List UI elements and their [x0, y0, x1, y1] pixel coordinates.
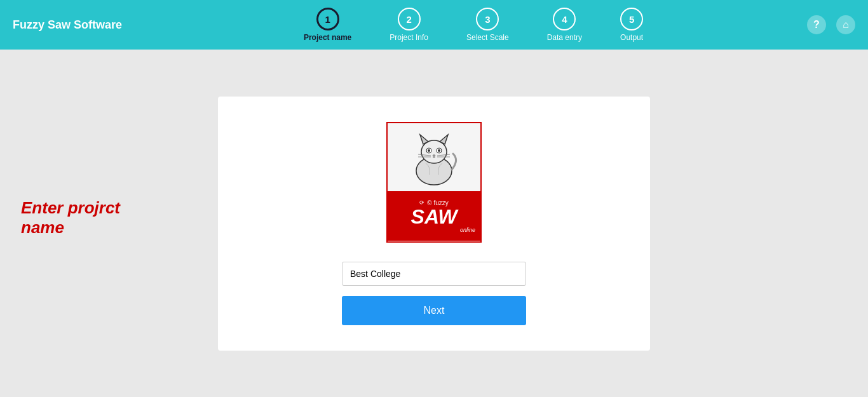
step-3-label: Select Scale — [466, 33, 509, 42]
instruction-text: Enter projrct name — [21, 198, 163, 238]
logo-cat-area — [388, 123, 480, 192]
svg-point-8 — [428, 149, 430, 152]
home-icon[interactable]: ⌂ — [836, 15, 855, 34]
help-icon[interactable]: ? — [807, 15, 826, 34]
step-5-label: Output — [620, 33, 643, 42]
svg-marker-4 — [420, 135, 428, 144]
instruction-area: Enter projrct name — [21, 198, 212, 238]
step-3-circle: 3 — [476, 8, 499, 30]
logo-red-area: ⟳ © fuzzy SAW online — [388, 191, 480, 241]
svg-point-10 — [433, 155, 435, 157]
main-content: Enter projrct name — [0, 50, 868, 397]
next-button[interactable]: Next — [342, 296, 526, 325]
step-5[interactable]: 5 Output — [620, 8, 643, 42]
steps-nav: 1 Project name 2 Project Info 3 Select S… — [140, 8, 807, 42]
header-icons: ? ⌂ — [807, 15, 855, 34]
logo-saw-label: SAW — [411, 206, 458, 227]
step-1[interactable]: 1 Project name — [304, 8, 351, 42]
project-name-input[interactable] — [342, 262, 526, 286]
cat-illustration — [399, 125, 469, 189]
step-4[interactable]: 4 Data entry — [547, 8, 582, 42]
app-header: Fuzzy Saw Software 1 Project name 2 Proj… — [0, 0, 868, 50]
step-5-circle: 5 — [620, 8, 643, 30]
step-3[interactable]: 3 Select Scale — [466, 8, 509, 42]
step-1-circle: 1 — [316, 8, 339, 30]
app-title: Fuzzy Saw Software — [13, 18, 140, 32]
step-1-label: Project name — [304, 33, 351, 42]
step-2-label: Project Info — [390, 33, 428, 42]
step-2-circle: 2 — [398, 8, 421, 30]
svg-marker-5 — [440, 135, 448, 144]
svg-point-3 — [421, 140, 447, 163]
logo-online-label: online — [460, 227, 475, 233]
project-form: Next — [256, 262, 612, 325]
step-4-circle: 4 — [553, 8, 576, 30]
svg-point-9 — [438, 149, 440, 152]
step-2[interactable]: 2 Project Info — [390, 8, 428, 42]
app-logo: ⟳ © fuzzy SAW online — [386, 122, 482, 243]
step-4-label: Data entry — [547, 33, 582, 42]
main-card: Enter projrct name — [218, 97, 650, 351]
